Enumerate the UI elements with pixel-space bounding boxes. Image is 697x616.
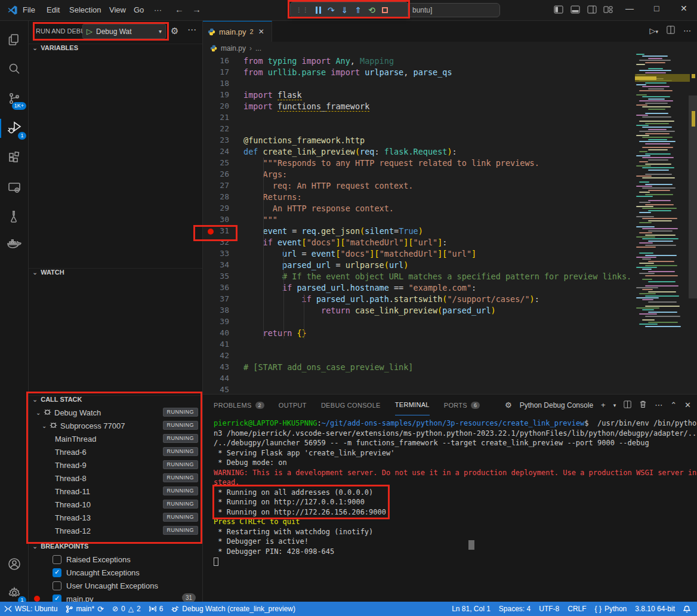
maximize-panel-icon[interactable]: ⌃: [670, 401, 677, 409]
activity-search[interactable]: [0, 56, 28, 82]
code-line[interactable]: 34 parsed_url = urlparse(url): [203, 260, 697, 271]
code-line[interactable]: 21: [203, 112, 697, 124]
toolbar-grip-icon[interactable]: ⋮⋮: [296, 7, 309, 13]
step-into-button[interactable]: ⇓: [341, 6, 348, 14]
activity-extensions[interactable]: [0, 145, 28, 171]
indentation[interactable]: Spaces: 4: [495, 602, 535, 616]
activity-docker[interactable]: [0, 231, 28, 257]
step-out-button[interactable]: ⇑: [354, 6, 362, 14]
activity-testing[interactable]: [0, 204, 28, 230]
pause-button[interactable]: [316, 7, 321, 14]
code-line[interactable]: 37 if parsed_url.path.startswith("/suppo…: [203, 294, 697, 305]
code-line[interactable]: 33 url = event["docs"]["matchedUrl"]["ur…: [203, 248, 697, 260]
breadcrumb-tail[interactable]: ...: [255, 44, 261, 53]
minimize-button[interactable]: —: [625, 4, 634, 13]
activity-run-debug[interactable]: 1: [0, 115, 28, 141]
code-line[interactable]: 20import functions_framework: [203, 101, 697, 112]
breadcrumb-file[interactable]: main.py: [221, 44, 246, 53]
breakpoint-row[interactable]: main.py31: [29, 592, 203, 602]
code-line[interactable]: 27 req: An HTTP request context.: [203, 180, 697, 192]
tab-main-py[interactable]: main.py 2 ✕: [203, 21, 272, 42]
menu-file[interactable]: File: [23, 5, 35, 14]
maximize-button[interactable]: □: [654, 4, 659, 13]
tab-close-icon[interactable]: ✕: [258, 27, 264, 36]
code-line[interactable]: 38 return case_link_preview(parsed_url): [203, 305, 697, 316]
code-line[interactable]: 40 return {}: [203, 328, 697, 339]
code-line[interactable]: 22: [203, 124, 697, 135]
menu-selection[interactable]: Selection: [69, 5, 101, 14]
language-mode[interactable]: { }Python: [591, 602, 631, 616]
run-python-file-button[interactable]: ▷▾: [649, 26, 658, 35]
code-line[interactable]: 28 Returns:: [203, 192, 697, 203]
call-stack-row[interactable]: Thread-10RUNNING: [29, 498, 203, 511]
tab-problems[interactable]: PROBLEMS2: [214, 395, 264, 415]
toggle-sidebar-icon[interactable]: [554, 5, 563, 17]
watch-section-header[interactable]: ⌄WATCH: [29, 268, 203, 279]
nav-back-icon[interactable]: ←: [175, 4, 184, 14]
breakpoint-checkbox[interactable]: [53, 595, 61, 602]
notifications-bell[interactable]: [679, 602, 695, 616]
terminal-output[interactable]: pierrick@LAPTOP-HKU5PNNG:~/git/add-ons-s…: [214, 418, 691, 566]
activity-explorer[interactable]: [0, 27, 28, 53]
launch-config-dropdown[interactable]: ▷ Debug Wat ▾: [82, 24, 166, 39]
stop-button[interactable]: [382, 7, 388, 13]
breadcrumb[interactable]: main.py › ...: [203, 42, 697, 55]
breakpoint-checkbox[interactable]: [53, 568, 61, 577]
code-line[interactable]: 42: [203, 350, 697, 362]
toggle-panel-icon[interactable]: [570, 5, 580, 17]
code-line[interactable]: 45: [203, 384, 697, 394]
activity-accounts[interactable]: [0, 551, 28, 577]
restart-button[interactable]: ⟲: [368, 6, 375, 14]
panel-more-icon[interactable]: ⋯: [655, 401, 662, 409]
breakpoint-row[interactable]: User Uncaught Exceptions: [29, 579, 203, 592]
code-line[interactable]: 30 """: [203, 214, 697, 226]
close-button[interactable]: ✕: [680, 4, 687, 13]
terminal-dropdown-chevron-icon[interactable]: ▾: [613, 402, 616, 408]
call-stack-row[interactable]: Thread-12RUNNING: [29, 524, 203, 537]
call-stack-row[interactable]: ⌄Debug WatchRUNNING: [29, 406, 203, 419]
breakpoints-section-header[interactable]: ⌄BREAKPOINTS: [29, 542, 203, 553]
breakpoint-checkbox[interactable]: [53, 555, 61, 564]
call-stack-row[interactable]: Thread-6RUNNING: [29, 445, 203, 458]
code-line[interactable]: 17from urllib.parse import urlparse, par…: [203, 67, 697, 78]
code-line[interactable]: 19import flask: [203, 90, 697, 101]
debug-status[interactable]: Debug Watch (create_link_preview): [167, 602, 300, 616]
breakpoint-row[interactable]: Uncaught Exceptions: [29, 566, 203, 579]
eol-sequence[interactable]: CRLF: [563, 602, 590, 616]
call-stack-row[interactable]: Thread-9RUNNING: [29, 458, 203, 472]
menu-edit[interactable]: Edit: [47, 5, 60, 14]
split-terminal-icon[interactable]: [624, 401, 631, 410]
encoding[interactable]: UTF-8: [535, 602, 563, 616]
code-line[interactable]: 41: [203, 339, 697, 350]
call-stack-row[interactable]: ⌄Subprocess 77007RUNNING: [29, 419, 203, 432]
tab-debug-console[interactable]: DEBUG CONSOLE: [321, 395, 381, 415]
problems-status[interactable]: ⊘ 0 △ 2: [108, 602, 145, 616]
python-interpreter[interactable]: 3.8.10 64-bit: [631, 602, 679, 616]
tab-ports[interactable]: PORTS6: [444, 395, 480, 415]
code-line[interactable]: 43# [START add_ons_case_preview_link]: [203, 362, 697, 373]
editor-more-icon[interactable]: ⋯: [683, 26, 691, 35]
code-line[interactable]: 29 An HTTP response context.: [203, 203, 697, 214]
cursor-position[interactable]: Ln 81, Col 1: [448, 602, 495, 616]
code-line[interactable]: 23@functions_framework.http: [203, 135, 697, 146]
sidebar-more-icon[interactable]: ⋯: [187, 24, 196, 35]
close-panel-icon[interactable]: ✕: [684, 401, 691, 409]
minimap[interactable]: [635, 54, 689, 337]
code-line[interactable]: 36 if parsed_url.hostname == "example.co…: [203, 282, 697, 294]
terminal-dropdown[interactable]: Python Debug Console: [520, 401, 593, 409]
code-line[interactable]: 39: [203, 316, 697, 328]
call-stack-row[interactable]: Thread-8RUNNING: [29, 472, 203, 485]
activity-source-control[interactable]: 1K+: [0, 85, 28, 112]
code-line[interactable]: 31 event = req.get_json(silent=True): [203, 226, 697, 237]
toggle-secondary-sidebar-icon[interactable]: [587, 5, 597, 17]
activity-remote-explorer[interactable]: [0, 175, 28, 201]
ports-status[interactable]: 6: [145, 602, 168, 616]
code-line[interactable]: 35 # If the event object URL matches a s…: [203, 271, 697, 282]
variables-section-header[interactable]: ⌄VARIABLES: [29, 44, 203, 54]
menu-go[interactable]: Go: [134, 5, 144, 14]
breakpoint-checkbox[interactable]: [53, 581, 61, 590]
split-editor-icon[interactable]: [667, 26, 675, 36]
menu-view[interactable]: View: [109, 5, 126, 14]
start-debug-icon[interactable]: ▷: [87, 27, 92, 36]
git-branch[interactable]: main* ⟳: [61, 602, 108, 616]
